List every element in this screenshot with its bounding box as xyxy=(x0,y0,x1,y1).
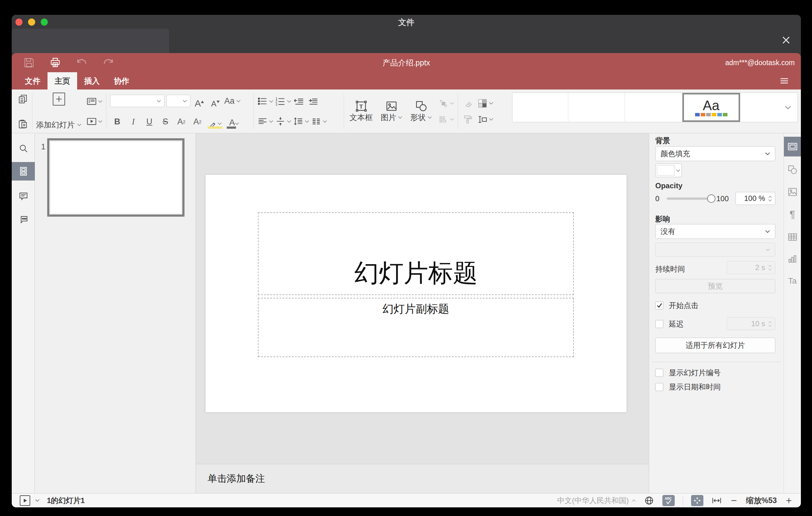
effect-select[interactable]: 没有 xyxy=(655,224,775,239)
close-editor-icon[interactable] xyxy=(780,34,792,46)
numbered-list-button[interactable]: 123 xyxy=(275,93,291,109)
theme-option[interactable] xyxy=(740,93,778,122)
add-slide-label: 添加幻灯片 xyxy=(36,120,75,130)
opacity-slider-track[interactable] xyxy=(667,198,710,200)
change-case-button[interactable]: Aa xyxy=(224,93,241,109)
font-size-select[interactable] xyxy=(166,95,190,107)
notes-placeholder-text: 单击添加备注 xyxy=(208,472,265,485)
table-settings-icon[interactable] xyxy=(784,231,801,243)
arrange-shape-button[interactable] xyxy=(438,95,454,111)
start-slideshow-status-icon[interactable] xyxy=(20,495,30,506)
slide-settings-panel: 背景 颜色填充 Opacity 0 100 100 % xyxy=(649,133,784,493)
increase-indent-button[interactable] xyxy=(307,93,320,109)
eraser-icon[interactable] xyxy=(462,95,474,111)
paste-icon[interactable] xyxy=(18,119,28,129)
hamburger-menu-icon[interactable] xyxy=(779,76,789,86)
decrease-font-size-button[interactable]: A xyxy=(208,93,223,109)
background-color-picker[interactable] xyxy=(655,164,682,177)
delay-spinner: 10 s xyxy=(727,317,775,330)
font-color-button[interactable]: A xyxy=(226,114,243,129)
show-date-time-checkbox[interactable] xyxy=(655,383,663,391)
slide-surface[interactable]: 幻灯片标题 幻灯片副标题 xyxy=(205,175,627,412)
strikethrough-button[interactable]: S xyxy=(158,114,172,129)
tab-collaboration[interactable]: 协作 xyxy=(107,72,136,89)
apply-to-all-slides-button[interactable]: 适用于所有幻灯片 xyxy=(655,338,775,353)
vertical-align-button[interactable] xyxy=(275,113,291,129)
opacity-min-label: 0 xyxy=(655,194,659,203)
decrease-indent-button[interactable] xyxy=(293,93,306,109)
theme-option[interactable] xyxy=(513,93,568,122)
superscript-button[interactable]: A2 xyxy=(174,114,188,129)
color-scheme-button[interactable] xyxy=(477,95,493,111)
show-slide-number-checkbox[interactable] xyxy=(655,369,663,377)
paragraph-settings-icon[interactable]: ¶ xyxy=(784,208,801,220)
subtitle-placeholder[interactable]: 幻灯片副标题 xyxy=(258,298,574,357)
document-title: 产品介绍.pptx xyxy=(12,58,801,68)
bold-button[interactable]: B xyxy=(110,114,124,129)
slide-count-status: 1的幻灯片1 xyxy=(47,496,85,506)
background-fill-select[interactable]: 颜色填充 xyxy=(655,146,775,161)
zoom-in-icon[interactable] xyxy=(785,496,793,505)
underline-button[interactable]: U xyxy=(142,114,156,129)
add-slide-button[interactable]: 添加幻灯片 xyxy=(36,92,82,131)
opacity-label: Opacity xyxy=(655,181,775,190)
textbox-button[interactable]: T 文本框 xyxy=(348,99,375,123)
fit-to-width-icon[interactable] xyxy=(712,495,722,506)
comments-icon[interactable] xyxy=(12,191,35,202)
increase-font-size-button[interactable]: A xyxy=(192,93,206,109)
opacity-value-spinner[interactable]: 100 % xyxy=(735,192,775,205)
insert-image-button[interactable]: 图片 xyxy=(379,99,404,123)
italic-button[interactable]: I xyxy=(126,114,140,129)
start-slideshow-button[interactable] xyxy=(86,113,103,129)
start-on-click-checkbox[interactable] xyxy=(655,302,663,310)
effect-type-select xyxy=(655,242,775,257)
opacity-slider-knob[interactable] xyxy=(707,194,716,203)
delay-checkbox[interactable] xyxy=(655,320,663,328)
insert-shape-button[interactable]: 形状 xyxy=(408,99,434,123)
app-window: 文件 产品介绍.pptx adm***@dootas xyxy=(12,15,801,507)
image-settings-icon[interactable] xyxy=(784,186,801,198)
textart-settings-icon[interactable]: Ta xyxy=(784,275,801,287)
tab-home[interactable]: 主页 xyxy=(48,72,77,89)
language-selector[interactable]: 中文(中华人民共和国) xyxy=(557,496,636,506)
window-title: 文件 xyxy=(12,15,801,30)
chart-settings-icon[interactable] xyxy=(784,253,801,265)
tab-file[interactable]: 文件 xyxy=(18,72,48,89)
subscript-button[interactable]: A2 xyxy=(190,114,205,129)
bullet-list-button[interactable] xyxy=(257,93,273,109)
show-slide-number-label: 显示幻灯片编号 xyxy=(669,368,721,378)
copy-icon[interactable] xyxy=(18,94,28,104)
horizontal-align-button[interactable] xyxy=(257,113,273,129)
slides-panel-tab-selected[interactable] xyxy=(12,162,35,180)
notes-area[interactable]: 单击添加备注 xyxy=(196,464,649,493)
spellcheck-icon[interactable]: ABC xyxy=(662,495,675,506)
theme-option-selected[interactable]: Aa xyxy=(683,93,740,122)
theme-gallery: Aa xyxy=(512,93,798,122)
globe-icon[interactable] xyxy=(644,495,654,506)
title-placeholder[interactable]: 幻灯片标题 xyxy=(258,212,574,295)
theme-gallery-expand-icon[interactable] xyxy=(778,93,798,122)
search-icon[interactable] xyxy=(12,143,35,154)
align-shape-button[interactable] xyxy=(438,111,454,127)
shape-settings-icon[interactable] xyxy=(784,164,801,176)
svg-text:ABC: ABC xyxy=(665,497,672,500)
paint-roller-icon[interactable] xyxy=(462,111,474,127)
columns-button[interactable] xyxy=(311,113,327,129)
slide-number: 1 xyxy=(41,142,45,151)
zoom-out-icon[interactable] xyxy=(730,496,738,505)
theme-preview-text: Aa xyxy=(703,99,720,112)
slide-layout-button[interactable] xyxy=(86,93,103,109)
theme-option[interactable] xyxy=(568,93,625,122)
slide-size-button[interactable] xyxy=(477,111,493,127)
plus-icon[interactable] xyxy=(53,93,65,106)
svg-text:T: T xyxy=(359,104,363,110)
tab-insert[interactable]: 插入 xyxy=(77,72,107,89)
font-name-select[interactable] xyxy=(110,95,165,107)
highlight-color-button[interactable] xyxy=(206,114,224,129)
line-spacing-button[interactable] xyxy=(293,113,309,129)
chat-icon[interactable] xyxy=(12,214,35,225)
fit-to-slide-icon[interactable] xyxy=(691,495,703,506)
slide-settings-tab-selected[interactable] xyxy=(784,137,801,156)
theme-option[interactable] xyxy=(625,93,683,122)
slide-thumbnail-selected[interactable] xyxy=(47,138,184,217)
